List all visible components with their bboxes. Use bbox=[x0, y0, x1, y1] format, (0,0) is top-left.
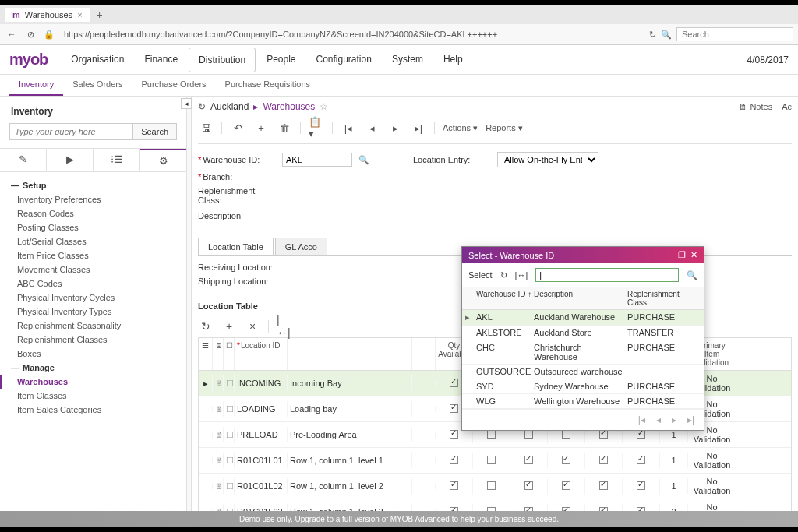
browser-search-input[interactable] bbox=[676, 27, 793, 41]
sidebar-item-item-classes[interactable]: Item Classes bbox=[0, 389, 186, 403]
col-action: 🗎 bbox=[213, 338, 224, 370]
search-button[interactable]: Search bbox=[133, 123, 177, 140]
query-input[interactable] bbox=[9, 123, 133, 140]
grid-delete-icon[interactable]: × bbox=[245, 319, 260, 334]
pencil-icon[interactable]: ✎ bbox=[0, 149, 47, 171]
popup-col-desc[interactable]: Description bbox=[534, 290, 627, 307]
chart-icon[interactable]: ⁝☰ bbox=[94, 149, 140, 171]
rep-class-label: Replenishment Class: bbox=[198, 186, 276, 205]
sidebar-item-lot-serial-classes[interactable]: Lot/Serial Classes bbox=[0, 234, 186, 248]
section-manage[interactable]: — Manage bbox=[0, 361, 186, 375]
popup-col-id[interactable]: Warehouse ID ↑ bbox=[473, 290, 534, 307]
col-description[interactable] bbox=[288, 338, 412, 370]
lock-icon: 🔒 bbox=[42, 27, 56, 41]
table-row[interactable]: 🗎☐R01C01L01Row 1, column 1, level 11No V… bbox=[199, 448, 791, 474]
first-icon[interactable]: |◂ bbox=[341, 120, 356, 136]
notes-button[interactable]: 🗎 Notes bbox=[739, 102, 772, 111]
location-entry-label: Location Entry: bbox=[413, 155, 491, 164]
shipping-location-label: Shipping Location: bbox=[198, 277, 276, 286]
nav-finance[interactable]: Finance bbox=[135, 48, 187, 72]
sidebar-item-replenishment-classes[interactable]: Replenishment Classes bbox=[0, 333, 186, 347]
col-location-id[interactable]: Location ID bbox=[235, 338, 288, 370]
save-icon[interactable]: 🖫 bbox=[198, 120, 214, 136]
popup-restore-icon[interactable]: ❐ bbox=[678, 250, 686, 260]
breadcrumb-parent[interactable]: Auckland bbox=[210, 101, 249, 112]
logo: myob bbox=[9, 51, 48, 69]
subnav-sales-orders[interactable]: Sales Orders bbox=[63, 75, 132, 96]
popup-row[interactable]: CHCChristchurch WarehousePURCHASE bbox=[462, 340, 704, 365]
tab-location-table[interactable]: Location Table bbox=[198, 238, 274, 255]
popup-first-icon[interactable]: |◂ bbox=[638, 414, 645, 425]
nav-organisation[interactable]: Organisation bbox=[62, 48, 133, 72]
subnav-purchase-requisitions[interactable]: Purchase Requisitions bbox=[216, 75, 320, 96]
url-field[interactable]: https://peopledemodb.myobadvanced.com/?C… bbox=[61, 28, 644, 41]
grid-refresh-icon[interactable]: ↻ bbox=[198, 319, 214, 334]
receiving-location-label: Receiving Location: bbox=[198, 262, 276, 272]
back-icon[interactable]: ← bbox=[5, 27, 19, 41]
popup-row[interactable]: SYDSydney WarehousePURCHASE bbox=[462, 379, 704, 394]
browser-tab[interactable]: m Warehouses × bbox=[5, 8, 90, 22]
subnav-inventory[interactable]: Inventory bbox=[9, 75, 63, 96]
prev-icon[interactable]: ◂ bbox=[364, 120, 380, 136]
grid-add-icon[interactable]: + bbox=[221, 319, 237, 334]
breadcrumb-current[interactable]: Warehouses bbox=[263, 101, 315, 112]
warehouse-id-input[interactable] bbox=[282, 153, 352, 167]
sidebar-item-physical-inventory-cycles[interactable]: Physical Inventory Cycles bbox=[0, 291, 186, 305]
actions-dropdown[interactable]: Actions ▾ bbox=[443, 123, 478, 133]
sidebar-item-warehouses[interactable]: Warehouses bbox=[0, 375, 186, 389]
activities-button[interactable]: Ac bbox=[782, 102, 792, 111]
nav-distribution[interactable]: Distribution bbox=[189, 48, 256, 72]
table-row[interactable]: 🗎☐R01C01L02Row 1, column 1, level 21No V… bbox=[199, 474, 791, 499]
popup-search-input[interactable] bbox=[535, 268, 679, 282]
nav-help[interactable]: Help bbox=[434, 48, 472, 72]
grid-fit-icon[interactable]: |↔| bbox=[277, 319, 292, 334]
popup-next-icon[interactable]: ▸ bbox=[672, 414, 676, 425]
popup-close-icon[interactable]: ✕ bbox=[690, 250, 697, 260]
popup-row[interactable]: ▸AKLAuckland WarehousePURCHASE bbox=[462, 310, 704, 326]
sidebar-item-reason-codes[interactable]: Reason Codes bbox=[0, 206, 186, 220]
refresh-icon[interactable]: ↻ bbox=[198, 101, 206, 112]
play-icon[interactable]: ▶ bbox=[47, 149, 94, 171]
lookup-icon[interactable]: 🔍 bbox=[358, 155, 369, 165]
popup-last-icon[interactable]: ▸| bbox=[687, 414, 694, 425]
tab-gl-accounts[interactable]: GL Acco bbox=[275, 238, 327, 255]
location-entry-select[interactable]: Allow On-the-Fly Entry bbox=[497, 152, 598, 167]
sidebar-item-movement-classes[interactable]: Movement Classes bbox=[0, 262, 186, 277]
last-icon[interactable]: ▸| bbox=[411, 120, 426, 136]
clipboard-icon[interactable]: 📋▾ bbox=[309, 120, 324, 136]
popup-row[interactable]: OUTSOURCEOutsourced warehouse bbox=[462, 365, 704, 379]
popup-col-rep[interactable]: Replenishment Class bbox=[627, 290, 697, 307]
sidebar-item-abc-codes[interactable]: ABC Codes bbox=[0, 277, 186, 291]
star-icon[interactable]: ☆ bbox=[320, 101, 328, 112]
reports-dropdown[interactable]: Reports ▾ bbox=[486, 123, 523, 133]
add-icon[interactable]: + bbox=[253, 120, 269, 136]
search-icon[interactable]: 🔍 bbox=[687, 270, 697, 280]
sidebar-item-boxes[interactable]: Boxes bbox=[0, 347, 186, 361]
collapse-icon[interactable]: ◂ bbox=[181, 98, 192, 109]
sidebar-item-replenishment-seasonality[interactable]: Replenishment Seasonality bbox=[0, 319, 186, 333]
undo-icon[interactable]: ↶ bbox=[230, 120, 245, 136]
sidebar-item-item-price-classes[interactable]: Item Price Classes bbox=[0, 248, 186, 262]
delete-icon[interactable]: 🗑 bbox=[277, 120, 292, 136]
tab-add-icon[interactable]: + bbox=[97, 9, 103, 21]
refresh-icon[interactable]: ↻ bbox=[649, 30, 656, 40]
sidebar-item-posting-classes[interactable]: Posting Classes bbox=[0, 220, 186, 234]
popup-row[interactable]: WLGWellington WarehousePURCHASE bbox=[462, 394, 704, 409]
nav-configuration[interactable]: Configuration bbox=[307, 48, 381, 72]
gear-icon[interactable]: ⚙ bbox=[140, 149, 186, 171]
section-setup[interactable]: — Setup bbox=[0, 178, 186, 192]
sidebar-item-physical-inventory-types[interactable]: Physical Inventory Types bbox=[0, 305, 186, 319]
subnav-purchase-orders[interactable]: Purchase Orders bbox=[132, 75, 215, 96]
popup-row[interactable]: AKLSTOREAuckland StoreTRANSFER bbox=[462, 326, 704, 340]
tab-close-icon[interactable]: × bbox=[77, 10, 82, 19]
sidebar-item-item-sales-categories[interactable]: Item Sales Categories bbox=[0, 403, 186, 417]
popup-refresh-icon[interactable]: ↻ bbox=[500, 270, 507, 280]
popup-select-button[interactable]: Select bbox=[468, 270, 493, 280]
select-warehouse-popup: Select - Warehouse ID ❐ ✕ Select ↻ |↔| 🔍… bbox=[461, 246, 704, 431]
nav-system[interactable]: System bbox=[383, 48, 433, 72]
nav-people[interactable]: People bbox=[257, 48, 305, 72]
popup-fit-icon[interactable]: |↔| bbox=[515, 270, 528, 280]
next-icon[interactable]: ▸ bbox=[387, 120, 403, 136]
popup-prev-icon[interactable]: ◂ bbox=[656, 414, 661, 425]
sidebar-item-inventory-preferences[interactable]: Inventory Preferences bbox=[0, 192, 186, 206]
